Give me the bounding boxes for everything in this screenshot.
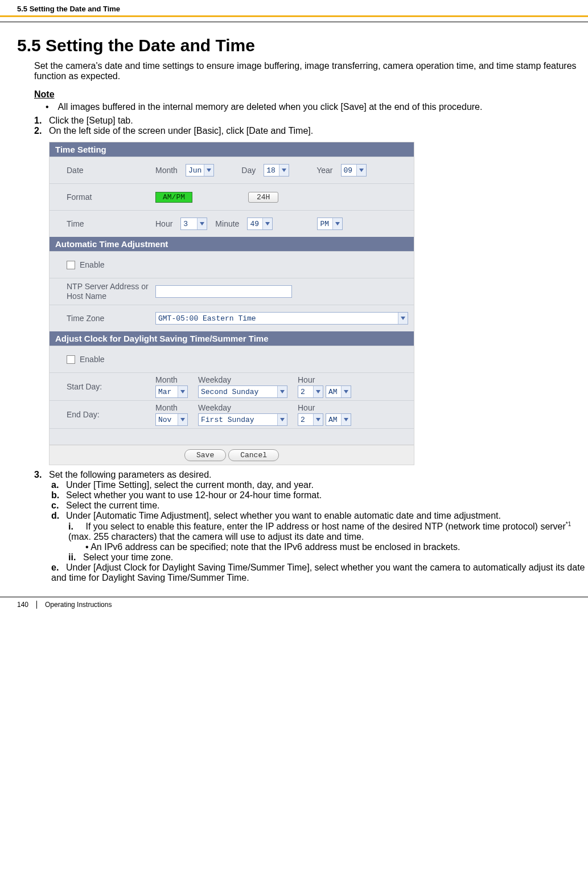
row-date: Date Month Jun Day 18: [50, 157, 414, 183]
ampm-toggle-button[interactable]: AM/PM: [155, 192, 192, 203]
select-timezone[interactable]: GMT-05:00 Eastern Time: [155, 312, 408, 325]
select-end-month[interactable]: Nov: [155, 413, 188, 426]
h24-toggle-button[interactable]: 24H: [248, 192, 278, 203]
select-day[interactable]: 18: [264, 164, 289, 177]
select-meridiem-value: PM: [318, 220, 332, 228]
row-start-day: Start Day: Month Mar Weekday: [50, 372, 414, 400]
svg-marker-9: [316, 390, 320, 393]
label-ntp: NTP Server Address or Host Name: [50, 281, 155, 302]
select-start-hour-value: 2: [298, 388, 313, 396]
chevron-down-icon: [398, 313, 408, 324]
step-1-text: Click the [Setup] tab.: [49, 116, 133, 125]
select-start-month-value: Mar: [156, 388, 178, 396]
header-rule-accent: [0, 15, 588, 17]
select-end-ampm[interactable]: AM: [326, 413, 351, 426]
row-end-day: End Day: Month Nov Weekday F: [50, 400, 414, 428]
chevron-down-icon: [262, 218, 272, 229]
row-auto-enable: Enable: [50, 251, 414, 278]
label-minute: Minute: [215, 219, 239, 228]
substep-letter: e.: [51, 563, 66, 573]
chevron-down-icon: [197, 218, 207, 229]
footer-label: Operating Instructions: [37, 601, 112, 609]
label-time: Time: [50, 219, 155, 229]
select-meridiem[interactable]: PM: [317, 218, 343, 230]
label-timezone: Time Zone: [50, 314, 155, 323]
label-day: Day: [241, 166, 256, 175]
substep-a: Under [Time Setting], select the current…: [66, 480, 314, 490]
running-header: 5.5 Setting the Date and Time: [0, 0, 588, 15]
select-hour-value: 3: [181, 220, 197, 228]
svg-marker-10: [344, 390, 348, 393]
select-month[interactable]: Jun: [186, 164, 214, 177]
label-enable: Enable: [80, 355, 105, 364]
chevron-down-icon: [332, 218, 342, 229]
row-dst-enable: Enable: [50, 346, 414, 372]
label-weekday: Weekday: [198, 403, 287, 412]
label-hour: Hour: [298, 403, 351, 412]
svg-marker-7: [180, 390, 185, 393]
bullet-icon: •: [46, 102, 56, 112]
select-end-hour[interactable]: 2: [298, 413, 323, 426]
chevron-down-icon: [313, 386, 323, 397]
intro-paragraph: Set the camera's date and time settings …: [34, 61, 586, 81]
substep-e: Under [Adjust Clock for Daylight Saving …: [51, 563, 585, 582]
chevron-down-icon: [341, 414, 351, 425]
step-number: 3.: [34, 470, 49, 480]
svg-marker-14: [344, 418, 348, 421]
svg-marker-0: [207, 169, 211, 172]
substep-letter: b.: [51, 490, 66, 500]
subsubstep-i: If you select to enable this feature, en…: [68, 522, 571, 541]
select-start-weekday[interactable]: Second Sunday: [198, 385, 287, 398]
svg-marker-6: [401, 317, 405, 320]
row-timezone: Time Zone GMT-05:00 Eastern Time: [50, 305, 414, 331]
chevron-down-icon: [356, 165, 366, 176]
select-hour[interactable]: 3: [180, 218, 207, 230]
panel-spacer: [50, 428, 414, 445]
step-2-text: On the left side of the screen under [Ba…: [49, 126, 313, 136]
label-hour: Hour: [155, 219, 172, 228]
checkbox-dst-enable[interactable]: [67, 355, 75, 364]
step-number: 1.: [34, 116, 49, 126]
cancel-button[interactable]: Cancel: [228, 449, 279, 461]
note-item: All images buffered in the internal memo…: [58, 102, 483, 112]
chevron-down-icon: [277, 414, 287, 425]
substep-c: Select the current time.: [66, 500, 160, 510]
select-start-ampm[interactable]: AM: [326, 385, 351, 398]
select-year[interactable]: 09: [341, 164, 367, 177]
label-date: Date: [50, 166, 155, 175]
label-month: Month: [155, 166, 178, 175]
select-day-value: 18: [264, 166, 279, 175]
select-start-weekday-value: Second Sunday: [199, 388, 277, 396]
svg-marker-4: [265, 222, 270, 225]
select-end-weekday-value: First Sunday: [199, 416, 277, 424]
select-minute-value: 49: [248, 220, 262, 228]
chevron-down-icon: [279, 165, 289, 176]
subsubstep-i-bullet: An IPv6 address can be specified; note t…: [91, 542, 460, 552]
substep-letter: c.: [51, 500, 66, 511]
select-start-hour[interactable]: 2: [298, 385, 323, 398]
svg-marker-12: [280, 418, 285, 421]
row-format: Format AM/PM 24H: [50, 183, 414, 210]
label-enable: Enable: [80, 260, 105, 269]
settings-panel: Time Setting Date Month Jun Day 18: [49, 142, 414, 465]
subsubstep-i-pre: If you select to enable this feature, en…: [85, 522, 565, 531]
save-button[interactable]: Save: [184, 449, 226, 461]
bullet-icon: •: [85, 542, 89, 552]
subsubstep-roman: ii.: [68, 552, 83, 563]
select-start-month[interactable]: Mar: [155, 385, 188, 398]
select-start-ampm-value: AM: [326, 388, 341, 396]
select-end-month-value: Nov: [156, 416, 178, 424]
substep-d: Under [Automatic Time Adjustment], selec…: [66, 511, 501, 520]
chevron-down-icon: [277, 386, 287, 397]
select-minute[interactable]: 49: [247, 218, 273, 230]
panel-button-bar: Save Cancel: [50, 445, 414, 465]
step-number: 2.: [34, 126, 49, 136]
input-ntp-server[interactable]: [155, 285, 292, 298]
select-end-weekday[interactable]: First Sunday: [198, 413, 287, 426]
note-label: Note: [34, 89, 586, 100]
select-month-value: Jun: [186, 166, 204, 175]
svg-marker-3: [200, 222, 204, 225]
footnote-marker: *1: [566, 521, 571, 527]
section-header-time-setting: Time Setting: [50, 142, 414, 157]
checkbox-auto-enable[interactable]: [67, 261, 75, 269]
